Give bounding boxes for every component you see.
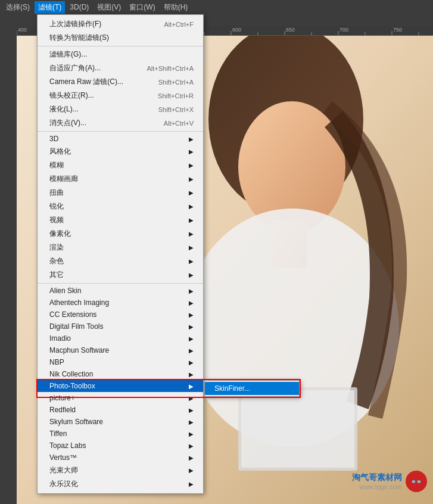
submenu-arrow-pixelate: ▶ (189, 231, 194, 237)
menu-item-adaptive-wide[interactable]: 自适应广角(A)... Alt+Shift+Ctrl+A (38, 61, 203, 75)
menu-item-alien-skin[interactable]: Alien Skin ▶ (38, 285, 203, 297)
submenu-arrow-redfield: ▶ (189, 407, 194, 413)
submenu-arrow-stylize: ▶ (189, 148, 194, 155)
submenu-arrow-nbp: ▶ (189, 359, 194, 366)
submenu-arrow-topaz-labs: ▶ (189, 443, 194, 449)
menu-item-camera-raw[interactable]: Camera Raw 滤镜(C)... Shift+Ctrl+A (38, 75, 203, 89)
submenu-arrow-blur-gallery: ▶ (189, 176, 194, 182)
menu-item-nbp[interactable]: NBP ▶ (38, 356, 203, 368)
menu-item-tiffen[interactable]: Tiffen ▶ (38, 428, 203, 440)
menu-item-smart-filter[interactable]: 转换为智能滤镜(S) (38, 31, 203, 45)
submenu-arrow-render: ▶ (189, 244, 194, 251)
dropdown-overlay: 上次滤镜操作(F) Alt+Ctrl+F 转换为智能滤镜(S) 滤镜库(G)..… (0, 0, 433, 504)
menu-item-liquify[interactable]: 液化(L)... Shift+Ctrl+X (38, 102, 203, 116)
menu-section-3: 3D ▶ 风格化 ▶ 模糊 ▶ 模糊画廊 ▶ 扭曲 ▶ 锐化 ▶ (38, 132, 203, 284)
menu-item-pixelate[interactable]: 像素化 ▶ (38, 227, 203, 241)
menu-item-yongle[interactable]: 永乐汉化 ▶ (38, 477, 203, 491)
menu-section-4: Alien Skin ▶ Athentech Imaging ▶ CC Exte… (38, 284, 203, 492)
menu-item-cc-extensions[interactable]: CC Extensions ▶ (38, 309, 203, 321)
menu-item-topaz-labs[interactable]: Topaz Labs ▶ (38, 440, 203, 452)
submenu-arrow-nik-collection: ▶ (189, 371, 194, 378)
menu-item-vanishing-point[interactable]: 消失点(V)... Alt+Ctrl+V (38, 116, 203, 130)
submenu-arrow-distort: ▶ (189, 189, 194, 196)
photo-toolbox-submenu: SkinFiner... (204, 380, 300, 397)
menu-item-light-master[interactable]: 光束大师 ▶ (38, 463, 203, 477)
menu-item-noise[interactable]: 杂色 ▶ (38, 254, 203, 268)
menu-item-macphun[interactable]: Macphun Software ▶ (38, 344, 203, 356)
submenu-arrow-vertus: ▶ (189, 455, 194, 461)
menu-section-1: 上次滤镜操作(F) Alt+Ctrl+F 转换为智能滤镜(S) (38, 16, 203, 46)
menu-item-video[interactable]: 视频 ▶ (38, 213, 203, 227)
submenu-item-skinfiner[interactable]: SkinFiner... (205, 382, 299, 395)
filter-menu: 上次滤镜操作(F) Alt+Ctrl+F 转换为智能滤镜(S) 滤镜库(G)..… (37, 14, 204, 494)
submenu-arrow-yongle: ▶ (189, 481, 194, 487)
menu-item-render[interactable]: 渲染 ▶ (38, 241, 203, 254)
menu-section-2: 滤镜库(G)... 自适应广角(A)... Alt+Shift+Ctrl+A C… (38, 46, 203, 132)
menu-item-blur[interactable]: 模糊 ▶ (38, 158, 203, 172)
submenu-arrow-tiffen: ▶ (189, 431, 194, 437)
submenu-arrow-photo-toolbox: ▶ (189, 383, 194, 390)
menu-item-stylize[interactable]: 风格化 ▶ (38, 145, 203, 158)
menu-item-last-filter[interactable]: 上次滤镜操作(F) Alt+Ctrl+F (38, 17, 203, 31)
submenu-arrow-digital-film: ▶ (189, 323, 194, 330)
submenu-arrow-sharpen: ▶ (189, 203, 194, 210)
menu-item-filter-gallery[interactable]: 滤镜库(G)... (38, 48, 203, 61)
menu-item-athentech[interactable]: Athentech Imaging ▶ (38, 297, 203, 309)
menu-item-distort[interactable]: 扭曲 ▶ (38, 186, 203, 200)
menu-item-lens-correct[interactable]: 镜头校正(R)... Shift+Ctrl+R (38, 89, 203, 102)
submenu-arrow-macphun: ▶ (189, 347, 194, 354)
submenu-arrow-video: ▶ (189, 217, 194, 223)
submenu-arrow-noise: ▶ (189, 258, 194, 265)
submenu-arrow-light-master: ▶ (189, 467, 194, 474)
menu-item-digital-film[interactable]: Digital Film Tools ▶ (38, 321, 203, 332)
menu-item-sharpen[interactable]: 锐化 ▶ (38, 200, 203, 213)
menu-item-photo-toolbox[interactable]: Photo-Toolbox ▶ SkinFiner... (38, 380, 203, 392)
submenu-arrow-other: ▶ (189, 272, 194, 278)
menu-item-other[interactable]: 其它 ▶ (38, 268, 203, 282)
submenu-arrow-athentech: ▶ (189, 300, 194, 306)
submenu-arrow-imadio: ▶ (189, 335, 194, 342)
submenu-arrow-picture-plus: ▶ (189, 395, 194, 402)
menu-item-nik-collection[interactable]: Nik Collection ▶ (38, 368, 203, 380)
menu-item-blur-gallery[interactable]: 模糊画廊 ▶ (38, 172, 203, 186)
submenu-arrow-3d: ▶ (189, 136, 194, 142)
menu-item-picture-plus[interactable]: picture+ ▶ (38, 392, 203, 404)
menu-item-skylum[interactable]: Skylum Software ▶ (38, 416, 203, 428)
submenu-arrow-cc-extensions: ▶ (189, 312, 194, 318)
submenu-arrow-blur: ▶ (189, 162, 194, 169)
menu-item-vertus[interactable]: Vertus™ ▶ (38, 452, 203, 463)
menu-item-imadio[interactable]: Imadio ▶ (38, 332, 203, 344)
submenu-arrow-alien-skin: ▶ (189, 288, 194, 294)
menu-item-3d[interactable]: 3D ▶ (38, 133, 203, 145)
submenu-arrow-skylum: ▶ (189, 419, 194, 425)
menu-item-redfield[interactable]: Redfield ▶ (38, 404, 203, 416)
